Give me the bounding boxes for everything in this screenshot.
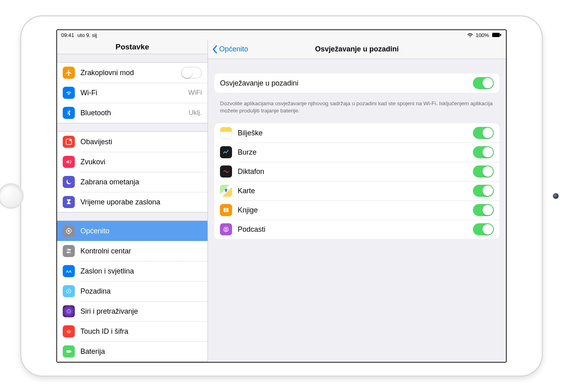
app-row-maps[interactable]: Karte xyxy=(214,181,499,200)
battery-label: Baterija xyxy=(80,347,208,356)
svg-point-3 xyxy=(70,139,72,141)
dnd-label: Zabrana ometanja xyxy=(80,178,208,186)
screentime-label: Vrijeme uporabe zaslona xyxy=(80,198,208,206)
detail-navbar: Općenito Osvježavanje u pozadini xyxy=(208,40,506,59)
books-app-icon xyxy=(220,204,232,216)
sidebar-item-bluetooth[interactable]: Bluetooth Uklj. xyxy=(57,103,208,123)
sidebar-item-screentime[interactable]: Vrijeme uporabe zaslona xyxy=(57,192,208,212)
app-row-voice-memos[interactable]: Diktafon xyxy=(214,162,499,181)
hourglass-icon xyxy=(63,196,75,208)
toggle-voice-memos[interactable] xyxy=(473,165,494,178)
app-list-section: Bilješke Burze Diktafon xyxy=(214,123,499,239)
battery-settings-icon xyxy=(63,345,75,357)
app-label-podcasts: Podcasti xyxy=(238,225,473,234)
wifi-label: Wi-Fi xyxy=(80,89,188,97)
siri-label: Siri i pretraživanje xyxy=(80,307,208,316)
detail-pane: Općenito Osvježavanje u pozadini Osvježa… xyxy=(208,40,506,362)
sidebar-item-sounds[interactable]: Zvukovi xyxy=(57,152,208,172)
sidebar-group-system: Općenito Kontrolni centar AA Zaslon i sv… xyxy=(57,220,208,362)
sidebar-item-airplane-mode[interactable]: Zrakoplovni mod xyxy=(57,63,208,83)
notifications-icon xyxy=(63,136,75,148)
app-row-podcasts[interactable]: Podcasti xyxy=(214,220,499,239)
moon-icon xyxy=(63,176,75,188)
svg-point-12 xyxy=(67,310,71,313)
notifications-label: Obavijesti xyxy=(80,138,208,146)
ipad-device-frame: 09:41 uto 9. sij 100% Postavke Z xyxy=(20,15,543,377)
toggle-podcasts[interactable] xyxy=(473,223,494,235)
master-toggle[interactable] xyxy=(473,77,494,89)
screen: 09:41 uto 9. sij 100% Postavke Z xyxy=(56,29,507,363)
bluetooth-value: Uklj. xyxy=(189,109,202,117)
svg-text:AA: AA xyxy=(66,269,72,274)
svg-point-7 xyxy=(67,249,68,250)
maps-app-icon xyxy=(220,185,232,197)
app-row-books[interactable]: Knjige xyxy=(214,200,499,220)
stocks-app-icon xyxy=(220,146,232,158)
wifi-value: WiFi xyxy=(188,89,202,97)
toggle-books[interactable] xyxy=(473,204,494,216)
display-label: Zaslon i svjetlina xyxy=(80,267,208,276)
wifi-settings-icon xyxy=(63,87,75,99)
status-time: 09:41 xyxy=(61,32,74,38)
front-camera xyxy=(553,193,559,199)
airplane-icon xyxy=(63,67,75,79)
svg-point-4 xyxy=(68,230,70,232)
switches-icon xyxy=(63,245,75,257)
svg-rect-13 xyxy=(66,350,71,353)
general-label: Općenito xyxy=(80,227,208,235)
airplane-label: Zrakoplovni mod xyxy=(80,69,181,77)
section-footer-text: Dozvolite aplikacijama osvježavanje njih… xyxy=(208,97,506,114)
svg-point-17 xyxy=(226,229,226,230)
master-toggle-label: Osvježavanje u pozadini xyxy=(220,79,473,88)
back-button[interactable]: Općenito xyxy=(212,45,248,54)
wallpaper-icon xyxy=(63,285,75,297)
battery-percent: 100% xyxy=(476,32,489,38)
sidebar-item-general[interactable]: Općenito xyxy=(57,221,208,241)
fingerprint-icon xyxy=(63,325,75,337)
app-row-stocks[interactable]: Burze xyxy=(214,143,499,162)
master-toggle-section: Osvježavanje u pozadini xyxy=(214,74,499,93)
toggle-notes[interactable] xyxy=(473,127,494,139)
sidebar-group-connectivity: Zrakoplovni mod Wi-Fi WiFi Bluetooth Ukl… xyxy=(57,62,208,123)
sidebar-item-wifi[interactable]: Wi-Fi WiFi xyxy=(57,83,208,103)
app-row-notes[interactable]: Bilješke xyxy=(214,123,499,143)
gear-icon xyxy=(63,225,75,237)
display-icon: AA xyxy=(63,265,75,277)
sidebar-item-notifications[interactable]: Obavijesti xyxy=(57,132,208,152)
airplane-toggle[interactable] xyxy=(181,67,202,79)
svg-point-11 xyxy=(68,291,70,292)
app-label-books: Knjige xyxy=(238,206,473,214)
settings-sidebar: Postavke Zrakoplovni mod Wi-Fi WiFi xyxy=(57,40,208,362)
sidebar-item-control-center[interactable]: Kontrolni centar xyxy=(57,241,208,261)
status-bar: 09:41 uto 9. sij 100% xyxy=(57,30,506,40)
app-label-notes: Bilješke xyxy=(238,129,473,137)
sidebar-item-touchid[interactable]: Touch ID i šifra xyxy=(57,321,208,341)
detail-title: Osvježavanje u pozadini xyxy=(315,45,399,53)
status-date: uto 9. sij xyxy=(78,32,97,38)
sounds-label: Zvukovi xyxy=(80,158,208,166)
sounds-icon xyxy=(63,156,75,168)
touchid-label: Touch ID i šifra xyxy=(80,327,208,336)
wifi-icon xyxy=(467,33,473,37)
toggle-stocks[interactable] xyxy=(473,146,494,158)
battery-icon xyxy=(491,33,502,37)
master-toggle-row[interactable]: Osvježavanje u pozadini xyxy=(214,74,499,93)
svg-rect-0 xyxy=(492,33,500,37)
sidebar-item-dnd[interactable]: Zabrana ometanja xyxy=(57,172,208,192)
control-center-label: Kontrolni centar xyxy=(80,247,208,255)
sidebar-item-wallpaper[interactable]: Pozadina xyxy=(57,281,208,301)
svg-rect-14 xyxy=(71,351,72,352)
wallpaper-label: Pozadina xyxy=(80,287,208,296)
toggle-maps[interactable] xyxy=(473,185,494,197)
sidebar-item-display[interactable]: AA Zaslon i svjetlina xyxy=(57,261,208,281)
back-label: Općenito xyxy=(219,45,248,53)
sidebar-item-siri[interactable]: Siri i pretraživanje xyxy=(57,301,208,321)
app-label-stocks: Burze xyxy=(238,148,473,157)
sidebar-item-battery[interactable]: Baterija xyxy=(57,341,208,361)
home-button[interactable] xyxy=(0,183,24,209)
svg-point-8 xyxy=(70,252,70,253)
app-label-voice-memos: Diktafon xyxy=(238,167,473,176)
siri-icon xyxy=(63,305,75,317)
sidebar-title: Postavke xyxy=(57,40,208,54)
svg-rect-1 xyxy=(500,34,501,36)
